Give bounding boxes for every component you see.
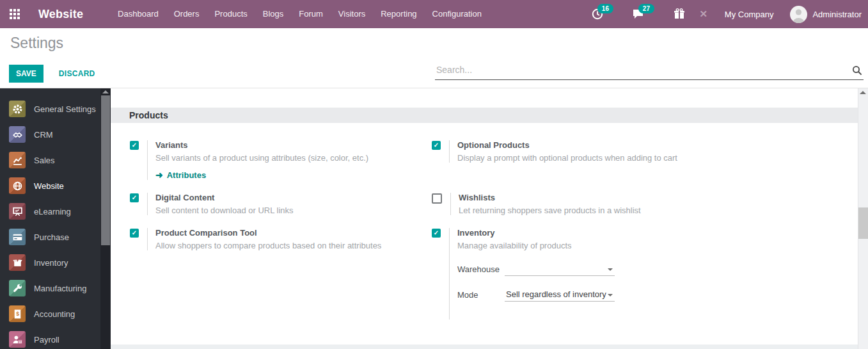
sidebar-item-label: Sales xyxy=(34,156,55,165)
search-input[interactable] xyxy=(435,61,847,79)
setting-variants: ✓VariantsSell variants of a product usin… xyxy=(130,140,432,180)
field-warehouse: Warehouse xyxy=(457,264,615,276)
settings-sidebar: General SettingsCRMSalesWebsiteeLearning… xyxy=(0,88,100,349)
scroll-up-icon[interactable] xyxy=(860,91,866,94)
setting-description: Manage availability of products xyxy=(457,241,615,250)
gift-button[interactable] xyxy=(672,7,686,21)
sidebar-item-website[interactable]: Website xyxy=(0,173,100,199)
apps-grid-icon xyxy=(10,9,20,19)
setting-description: Display a prompt with optional products … xyxy=(457,153,677,163)
main-menu: DashboardOrdersProductsBlogsForumVisitor… xyxy=(110,0,489,28)
sidebar-item-general-settings[interactable]: General Settings xyxy=(0,96,100,122)
setting-body: InventoryManage availability of products… xyxy=(449,228,615,320)
setting-label: Product Comparison Tool xyxy=(155,228,381,238)
settings-content: Products ✓VariantsSell variants of a pro… xyxy=(111,88,858,349)
setting-wishlists: WishlistsLet returning shoppers save pro… xyxy=(432,193,726,215)
field-label: Mode xyxy=(457,290,505,302)
setting-body: Digital ContentSell content to download … xyxy=(147,193,294,215)
menu-item-products[interactable]: Products xyxy=(207,0,255,28)
sidebar-scrollbar-thumb[interactable] xyxy=(101,95,110,245)
setting-label: Optional Products xyxy=(457,140,677,150)
field-label: Warehouse xyxy=(457,264,505,276)
sidebar-item-sales[interactable]: Sales xyxy=(0,147,100,173)
checkbox-wishlists[interactable] xyxy=(432,193,442,204)
sidebar-item-inventory[interactable]: Inventory xyxy=(0,250,100,275)
box-icon xyxy=(9,254,26,271)
dropdown-value xyxy=(505,264,615,266)
search-icon[interactable] xyxy=(852,65,862,78)
content-scrollbar[interactable] xyxy=(858,88,868,349)
messages-button[interactable]: 27 xyxy=(631,7,645,21)
sidebar-item-manufacturing[interactable]: Manufacturing xyxy=(0,275,100,301)
sidebar-item-label: General Settings xyxy=(34,104,96,114)
presentation-icon xyxy=(9,203,26,220)
gear-icon xyxy=(9,101,26,117)
link-attributes[interactable]: ➜Attributes xyxy=(155,170,368,180)
svg-text:$: $ xyxy=(16,311,19,317)
setting-digital-content: ✓Digital ContentSell content to download… xyxy=(130,193,432,215)
control-panel: Settings SAVE DISCARD xyxy=(0,28,868,88)
user-menu[interactable]: Administrator xyxy=(790,6,862,23)
save-button[interactable]: SAVE xyxy=(9,65,43,83)
menu-item-reporting[interactable]: Reporting xyxy=(373,0,424,28)
setting-body: Optional ProductsDisplay a prompt with o… xyxy=(449,140,677,163)
globe-icon xyxy=(9,177,26,194)
discard-button[interactable]: DISCARD xyxy=(55,69,99,79)
next-section-band xyxy=(111,345,858,349)
setting-label: Variants xyxy=(155,140,368,150)
setting-inventory: ✓InventoryManage availability of product… xyxy=(432,228,726,320)
section-header: Products xyxy=(111,108,858,123)
avatar xyxy=(790,6,807,23)
setting-body: WishlistsLet returning shoppers save pro… xyxy=(450,193,641,215)
invoice-icon: $ xyxy=(9,305,26,322)
field-mode: ModeSell regardless of inventory xyxy=(457,289,615,302)
payroll-icon xyxy=(9,331,26,348)
search-bar xyxy=(435,61,864,80)
disabled-tools-button[interactable]: ✕ xyxy=(697,7,711,21)
apps-menu-button[interactable] xyxy=(0,0,29,28)
scroll-up-icon[interactable] xyxy=(102,90,109,93)
menu-item-forum[interactable]: Forum xyxy=(291,0,331,28)
app-name[interactable]: Website xyxy=(38,8,83,21)
messages-badge: 27 xyxy=(638,4,654,13)
setting-description: Sell variants of a product using attribu… xyxy=(155,153,368,163)
setting-body: Product Comparison ToolAllow shoppers to… xyxy=(147,228,381,250)
activities-button[interactable]: 16 xyxy=(590,7,604,21)
handshake-icon xyxy=(9,126,26,143)
menu-item-dashboard[interactable]: Dashboard xyxy=(110,0,166,28)
menu-item-visitors[interactable]: Visitors xyxy=(331,0,373,28)
sidebar-item-purchase[interactable]: Purchase xyxy=(0,224,100,250)
control-panel-buttons: SAVE DISCARD xyxy=(9,65,99,83)
credit-card-icon xyxy=(9,229,26,245)
content-scrollbar-thumb[interactable] xyxy=(858,207,868,239)
sidebar-item-crm[interactable]: CRM xyxy=(0,122,100,147)
setting-description: Sell content to download or URL links xyxy=(155,206,294,215)
user-icon xyxy=(790,6,807,23)
setting-label: Digital Content xyxy=(155,193,294,202)
dropdown-warehouse[interactable] xyxy=(505,264,615,276)
checkbox-optional-products[interactable]: ✓ xyxy=(432,141,441,150)
checkbox-product-comparison-tool[interactable]: ✓ xyxy=(130,229,139,238)
sidebar-scrollbar[interactable] xyxy=(100,88,111,349)
sidebar-item-label: Purchase xyxy=(34,232,69,242)
chevron-down-icon xyxy=(608,268,613,271)
sidebar-item-label: Manufacturing xyxy=(34,284,86,293)
menu-item-configuration[interactable]: Configuration xyxy=(425,0,489,28)
sidebar-item-label: Payroll xyxy=(34,335,59,345)
sidebar-item-elearning[interactable]: eLearning xyxy=(0,199,100,224)
x-icon: ✕ xyxy=(700,8,708,20)
section-title: Products xyxy=(129,110,168,120)
menu-item-blogs[interactable]: Blogs xyxy=(255,0,292,28)
systray: 16 27 ✕ My Company xyxy=(580,6,868,23)
dropdown-mode[interactable]: Sell regardless of inventory xyxy=(505,289,615,302)
sidebar-item-accounting[interactable]: $Accounting xyxy=(0,301,100,327)
menu-item-orders[interactable]: Orders xyxy=(166,0,207,28)
checkbox-digital-content[interactable]: ✓ xyxy=(130,193,139,202)
sidebar-item-payroll[interactable]: Payroll xyxy=(0,327,100,349)
sidebar-item-label: Inventory xyxy=(34,258,68,268)
link-label: Attributes xyxy=(167,170,206,180)
company-switcher[interactable]: My Company xyxy=(725,10,774,19)
checkbox-variants[interactable]: ✓ xyxy=(130,141,139,150)
page-title: Settings xyxy=(10,35,63,52)
checkbox-inventory[interactable]: ✓ xyxy=(432,229,441,238)
